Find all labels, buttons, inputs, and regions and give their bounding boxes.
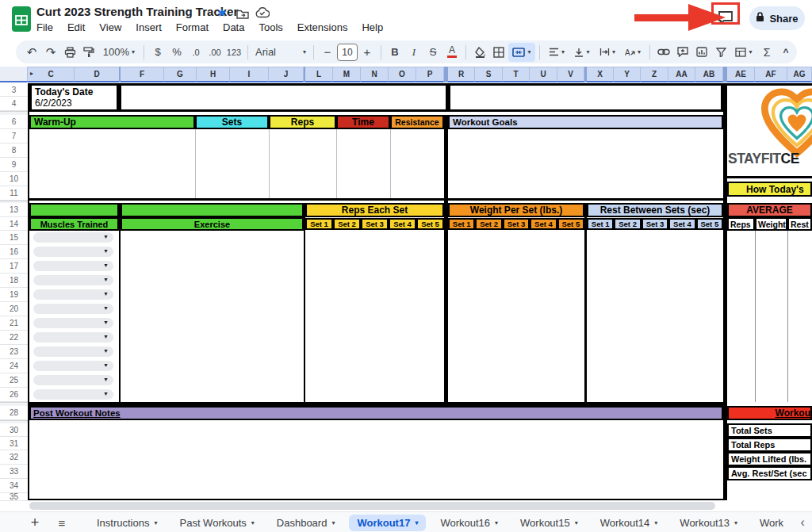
row-header-21[interactable]: 21 bbox=[0, 316, 28, 331]
cell-post-workout-notes[interactable]: Post Workout Notes bbox=[29, 406, 723, 420]
cell-total-reps[interactable]: Total Reps bbox=[727, 438, 812, 452]
col-header-AB[interactable]: AB bbox=[695, 67, 723, 82]
cell-total-sets[interactable]: Total Sets bbox=[727, 423, 812, 438]
cell-reps-each-set[interactable]: Reps Each Set bbox=[305, 203, 444, 217]
collapse-toolbar-icon[interactable]: ^ bbox=[776, 43, 795, 62]
cell-todays-date-block[interactable]: Today's Date 6/2/2023 bbox=[29, 83, 119, 112]
row-header-11[interactable]: 11 bbox=[0, 186, 28, 201]
row-header-3[interactable]: 3 bbox=[0, 83, 28, 97]
increase-decimals-icon[interactable]: .00 bbox=[205, 43, 224, 62]
rest-set-headers[interactable]: Set 1 Set 2 Set 3 Set 4 Set 5 bbox=[587, 217, 723, 231]
document-title[interactable]: Curt 2023 Strength Training Tracker bbox=[36, 5, 238, 18]
row-header-17[interactable]: 17 bbox=[0, 259, 28, 274]
tab-dashboard[interactable]: Dashboard▾ bbox=[269, 515, 343, 531]
fill-color-icon[interactable] bbox=[470, 43, 489, 62]
horizontal-scrollbar[interactable] bbox=[29, 502, 715, 510]
share-button[interactable]: Share bbox=[749, 6, 805, 30]
col-header-AE[interactable]: AE bbox=[727, 67, 755, 82]
col-header-V[interactable]: V bbox=[557, 67, 584, 82]
muscle-dropdown[interactable]: ▼ bbox=[33, 247, 113, 257]
col-header-R[interactable]: R bbox=[448, 67, 475, 82]
row-header-8[interactable]: 8 bbox=[0, 144, 28, 158]
insert-comment-icon[interactable] bbox=[673, 43, 692, 62]
average-data-area[interactable] bbox=[727, 231, 812, 402]
print-icon[interactable] bbox=[60, 43, 79, 62]
tab-past-workouts[interactable]: Past Workouts▾ bbox=[172, 515, 262, 531]
tab-workout12-clipped[interactable]: Work bbox=[752, 515, 785, 531]
row-header-26[interactable]: 26 bbox=[0, 388, 28, 402]
col-header-U[interactable]: U bbox=[530, 67, 557, 82]
row-header-19[interactable]: 19 bbox=[0, 288, 28, 302]
row-header-34[interactable]: 34 bbox=[0, 479, 28, 493]
col-header-F[interactable]: F bbox=[121, 67, 164, 82]
col-header-T[interactable]: T bbox=[503, 67, 530, 82]
add-sheet-icon[interactable]: + bbox=[25, 513, 44, 532]
row-header-4[interactable]: 4 bbox=[0, 97, 28, 111]
row-header-31[interactable]: 31 bbox=[0, 437, 28, 450]
cell-block[interactable] bbox=[448, 83, 723, 112]
vertical-align-icon[interactable]: ▾ bbox=[569, 43, 595, 62]
hidden-cols-indicator-icon[interactable]: ▸ bbox=[30, 70, 33, 77]
weight-data-area[interactable] bbox=[448, 231, 584, 402]
text-color-icon[interactable]: A bbox=[442, 43, 462, 62]
zoom-select[interactable]: 100%▾ bbox=[98, 43, 140, 62]
col-header-Y[interactable]: Y bbox=[614, 67, 641, 82]
row-header-25[interactable]: 25 bbox=[0, 373, 28, 388]
col-header-G[interactable]: G bbox=[164, 67, 197, 82]
muscle-dropdown[interactable]: ▼ bbox=[33, 332, 113, 343]
cell-avg-reps[interactable]: Reps bbox=[727, 217, 755, 231]
cell-avg-rest-per-set[interactable]: Avg. Rest/Set (sec bbox=[727, 466, 812, 480]
format-currency-icon[interactable]: $ bbox=[148, 43, 167, 62]
row-header-9[interactable]: 9 bbox=[0, 158, 28, 172]
muscle-dropdown[interactable]: ▼ bbox=[33, 346, 113, 357]
row-header-7[interactable]: 7 bbox=[0, 129, 28, 144]
insert-link-icon[interactable] bbox=[654, 43, 673, 62]
cell-time[interactable]: Time bbox=[336, 115, 390, 129]
functions-icon[interactable]: Σ bbox=[757, 43, 776, 62]
cell-workout-goals[interactable]: Workout Goals bbox=[448, 115, 723, 129]
tab-workout15[interactable]: Workout15▾ bbox=[512, 515, 586, 531]
col-header-C[interactable]: C bbox=[28, 67, 75, 82]
row-header-10[interactable]: 10 bbox=[0, 172, 28, 186]
notes-area[interactable] bbox=[29, 423, 723, 500]
menu-format[interactable]: Format bbox=[174, 20, 210, 35]
exercise-column[interactable] bbox=[121, 231, 304, 402]
row-header-22[interactable]: 22 bbox=[0, 331, 28, 345]
row-header-28[interactable]: 28 bbox=[0, 406, 28, 420]
col-header-P[interactable]: P bbox=[416, 67, 444, 82]
muscle-dropdown[interactable]: ▼ bbox=[33, 261, 113, 271]
row-header-18[interactable]: 18 bbox=[0, 274, 28, 288]
text-wrap-icon[interactable]: ▾ bbox=[595, 43, 620, 62]
menu-file[interactable]: File bbox=[35, 20, 55, 35]
sheets-logo-icon[interactable] bbox=[11, 6, 32, 33]
col-header-O[interactable]: O bbox=[389, 67, 416, 82]
row-header-13[interactable]: 13 bbox=[0, 203, 28, 217]
tab-workout13[interactable]: Workout13▾ bbox=[672, 515, 745, 531]
muscle-dropdown[interactable]: ▼ bbox=[33, 232, 113, 243]
row-header-24[interactable]: 24 bbox=[0, 359, 28, 373]
strikethrough-icon[interactable]: S bbox=[423, 43, 442, 62]
tab-workout16[interactable]: Workout16▾ bbox=[432, 515, 506, 531]
cell-avg-rest[interactable]: Rest bbox=[787, 217, 812, 231]
cell-sets[interactable]: Sets bbox=[195, 115, 269, 129]
rest-data-area[interactable] bbox=[587, 231, 723, 402]
increase-font-size-icon[interactable]: + bbox=[358, 43, 377, 62]
row-header-6[interactable]: 6 bbox=[0, 115, 28, 129]
all-sheets-icon[interactable]: ≡ bbox=[52, 513, 71, 532]
row-header-20[interactable]: 20 bbox=[0, 302, 28, 316]
cell-how-todays[interactable]: How Today's bbox=[727, 182, 812, 197]
reps-set-headers[interactable]: Set 1 Set 2 Set 3 Set 4 Set 5 bbox=[305, 217, 444, 231]
row-header-32[interactable]: 32 bbox=[0, 450, 28, 465]
merge-cells-icon[interactable]: ▾ bbox=[508, 43, 535, 62]
italic-icon[interactable]: I bbox=[404, 43, 423, 62]
cell-reps[interactable]: Reps bbox=[269, 115, 336, 129]
cell-green-spacer[interactable] bbox=[121, 203, 304, 217]
cell-avg-weight[interactable]: Weight bbox=[755, 217, 787, 231]
col-header-L[interactable]: L bbox=[305, 67, 333, 82]
cell-green-spacer[interactable] bbox=[29, 203, 119, 217]
col-header-S[interactable]: S bbox=[475, 67, 503, 82]
workout-goals-area[interactable] bbox=[448, 129, 723, 201]
tab-workout14[interactable]: Workout14▾ bbox=[592, 515, 666, 531]
warmup-grid[interactable] bbox=[29, 129, 444, 201]
muscle-dropdown[interactable]: ▼ bbox=[33, 318, 113, 328]
